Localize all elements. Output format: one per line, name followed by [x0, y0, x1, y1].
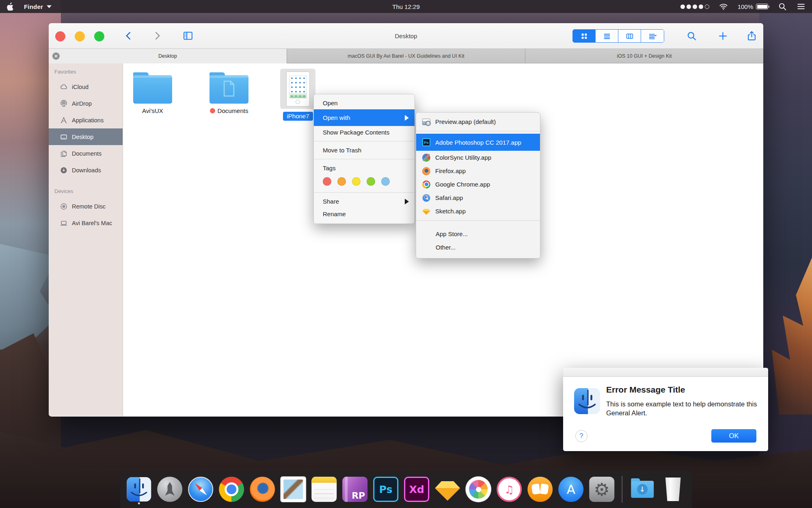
dock-itunes[interactable]: ♫: [497, 474, 522, 504]
trash-icon: [664, 478, 682, 501]
sidebar-item-applications[interactable]: Applications: [49, 112, 123, 128]
battery-status[interactable]: 100%: [738, 3, 768, 10]
dock-axure-rp[interactable]: RP: [342, 474, 367, 504]
dock-trash[interactable]: [661, 474, 686, 504]
mail-icon: [281, 477, 306, 502]
dock-photoshop[interactable]: Ps: [373, 474, 398, 504]
menu-item-move-to-trash[interactable]: Move to Trash: [314, 144, 415, 156]
open-with-item-other[interactable]: Other...: [416, 241, 540, 254]
close-window-button[interactable]: [55, 31, 65, 41]
notification-center-icon[interactable]: [797, 2, 806, 11]
sidebar-toggle-icon[interactable]: [182, 30, 194, 43]
apple-menu-icon[interactable]: [6, 2, 13, 11]
menu-item-rename[interactable]: Rename: [314, 208, 415, 220]
column-view-button[interactable]: [618, 30, 641, 42]
icon-view-button[interactable]: [573, 30, 596, 42]
share-icon[interactable]: [746, 30, 757, 43]
chrome-app-icon: [422, 180, 430, 189]
sidebar-item-downloads[interactable]: Downloads: [49, 162, 123, 178]
ok-button[interactable]: OK: [711, 429, 756, 443]
dock-firefox[interactable]: [250, 474, 275, 504]
sidebar-item-remote-disc[interactable]: Remote Disc: [49, 198, 123, 215]
tab-macos-gui-by-avi-barel-ux-guidelines-and-ui-kit[interactable]: macOS GUI By Avi Barel - UX Guidelines a…: [287, 49, 525, 63]
menu-separator: [416, 131, 540, 131]
dock-launchpad[interactable]: [157, 474, 182, 504]
app-menu-finder[interactable]: Finder: [24, 3, 52, 10]
open-with-item-label: Google Chrome.app: [435, 181, 490, 188]
dock-safari[interactable]: [188, 474, 213, 504]
tab-close-icon[interactable]: [52, 52, 60, 60]
menu-item-open-with[interactable]: Open with: [314, 109, 415, 126]
tag-color-2[interactable]: [352, 177, 361, 186]
open-with-item-google-chrome-app[interactable]: Google Chrome.app: [416, 178, 540, 191]
tag-color-3[interactable]: [367, 177, 375, 186]
list-view-button[interactable]: [596, 30, 618, 42]
search-icon[interactable]: [686, 30, 697, 43]
file-iphone7[interactable]: iPhone7: [280, 69, 316, 121]
tab-desktop[interactable]: Desktop: [49, 49, 287, 63]
sidebar-item-airdrop[interactable]: AirDrop: [49, 95, 123, 112]
dock-system-preferences[interactable]: ⚙: [589, 474, 614, 504]
sidebar-item-documents[interactable]: Documents: [49, 145, 123, 162]
dock-notes[interactable]: [311, 474, 337, 504]
photoshop-app-icon: Ps: [422, 138, 430, 146]
document-glyph-icon: [221, 80, 237, 99]
menu-item-show-package-contents[interactable]: Show Package Contents: [314, 126, 415, 139]
applications-icon: [60, 116, 68, 124]
tag-color-1[interactable]: [337, 177, 346, 186]
share-label: Share: [323, 198, 339, 205]
desktop-icon: [60, 133, 68, 141]
sidebar-item-avi-barel-s-mac[interactable]: Avi Barel's Mac: [49, 215, 123, 231]
dock-app-store[interactable]: A: [558, 474, 583, 504]
dock-finder[interactable]: [126, 474, 151, 504]
dock-photos[interactable]: [466, 474, 491, 504]
sidebar-item-icloud[interactable]: iCloud: [49, 78, 123, 95]
menu-item-share[interactable]: Share: [314, 195, 415, 208]
open-with-item-preview-apap-default[interactable]: Preview.apap (default): [416, 115, 540, 128]
open-with-item-label: Other...: [436, 244, 456, 251]
wifi-icon[interactable]: [719, 2, 728, 11]
open-with-item-firefox-app[interactable]: Firefox.app: [416, 164, 540, 178]
preview-app-icon: [422, 119, 430, 125]
dock-chrome[interactable]: [219, 474, 244, 504]
dock-sketch[interactable]: [435, 474, 460, 504]
open-with-item-label: Sketch.app: [435, 208, 466, 215]
sketch-app-icon: [422, 209, 430, 215]
help-button[interactable]: ?: [575, 430, 587, 442]
tab-ios-10-gui-design-kit[interactable]: iOS 10 GUI + Design Kit: [525, 49, 763, 63]
alert-body-text: This is some example text to help demons…: [606, 399, 761, 418]
coverflow-view-button[interactable]: [641, 30, 664, 42]
colorsync-app-icon: [422, 154, 430, 162]
spotlight-search-icon[interactable]: [778, 2, 787, 11]
open-with-item-sketch-app[interactable]: Sketch.app: [416, 204, 540, 218]
forward-button[interactable]: [151, 30, 163, 43]
sidebar-item-desktop[interactable]: Desktop: [49, 128, 123, 145]
menu-bar-clock[interactable]: Thu 12:29: [392, 3, 420, 10]
chrome-icon: [219, 477, 244, 502]
sidebar-item-label: Downloads: [72, 167, 101, 174]
selection-highlight: [280, 69, 315, 109]
dock-downloads[interactable]: ↓: [630, 474, 655, 504]
tag-color-4[interactable]: [381, 177, 390, 186]
tag-color-0[interactable]: [323, 177, 331, 186]
new-folder-plus-icon[interactable]: [717, 30, 728, 43]
finder-icon: [126, 477, 151, 502]
menu-separator: [314, 192, 415, 193]
back-button[interactable]: [123, 30, 134, 43]
open-with-item-app-store[interactable]: App Store...: [416, 227, 540, 241]
dock-adobe-xd[interactable]: Xd: [404, 474, 429, 504]
file-avi-sux[interactable]: Avi'sUX: [126, 72, 179, 115]
open-with-item-adobe-photoshop-cc-2017-app[interactable]: PsAdobe Photoshop CC 2017.app: [416, 134, 540, 151]
dock-ibooks[interactable]: [527, 474, 553, 504]
minimize-window-button[interactable]: [75, 31, 85, 41]
open-with-item-colorsync-utility-app[interactable]: ColorSync Utility.app: [416, 151, 540, 164]
menu-item-open[interactable]: Open: [314, 97, 415, 109]
file-label: Documents: [210, 107, 248, 114]
open-with-item-label: Preview.apap (default): [435, 118, 496, 125]
dock-mail[interactable]: [281, 474, 306, 504]
zoom-window-button[interactable]: [94, 31, 104, 41]
file-label-selected: iPhone7: [283, 112, 313, 121]
open-with-item-safari-app[interactable]: Safari.app: [416, 191, 540, 204]
file-documents[interactable]: Documents: [203, 72, 255, 115]
cellular-signal-icon[interactable]: [680, 4, 709, 9]
